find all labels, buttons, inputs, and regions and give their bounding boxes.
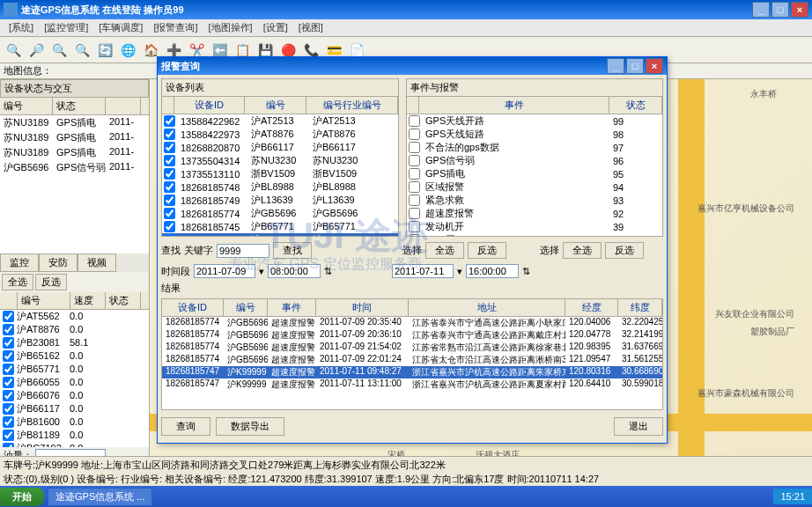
zoom-fit-icon[interactable]: 🔍	[72, 40, 92, 60]
table-row[interactable]: 18268185774沪GB5696超速度报警2011-07-09 20:36:…	[162, 329, 662, 342]
zoom-in-icon[interactable]: 🔍	[4, 40, 23, 60]
refresh-icon[interactable]: 🔄	[95, 40, 114, 60]
table-row[interactable]: 发动机开39	[407, 220, 662, 233]
table-row[interactable]: GPS天线开路99	[407, 114, 662, 128]
list-item[interactable]: 沪AT55620.0	[0, 310, 149, 323]
list-checkbox[interactable]	[3, 337, 14, 349]
table-row[interactable]: 不合法的gps数据97	[407, 141, 662, 154]
menu-alarm[interactable]: [报警查询]	[148, 21, 203, 34]
table-row[interactable]: 18268185774沪GB5696超速度报警2011-07-09 20:35:…	[162, 317, 662, 329]
table-row[interactable]: 13588422962沪AT2513沪AT2513	[162, 114, 398, 128]
table-row[interactable]: 苏NU3189GPS插电2011-	[0, 115, 149, 130]
table-row[interactable]: 18268185747沪K99999超速度报警2011-07-11 13:11:…	[162, 378, 662, 391]
events-list-body[interactable]: GPS天线开路99GPS天线短路98不合法的gps数据97GPS信号弱96GPS…	[407, 114, 662, 236]
event-checkbox[interactable]	[409, 208, 420, 219]
event-checkbox[interactable]	[409, 181, 420, 193]
table-row[interactable]: 超速度报警92	[407, 207, 662, 220]
menu-settings[interactable]: [设置]	[258, 21, 293, 34]
start-button[interactable]: 开始	[0, 488, 44, 506]
table-row[interactable]: 18268185774沪GB5696超速度报警2011-07-09 21:54:…	[162, 342, 662, 354]
table-row[interactable]: 18268820870沪B66117沪B66117	[162, 141, 398, 154]
select-inverse-button[interactable]: 反选	[35, 274, 67, 290]
grid1-body[interactable]: 苏NU3189GPS插电2011-苏NU3189GPS插电2011-苏NU318…	[0, 115, 149, 254]
menu-map[interactable]: [地图操作]	[203, 21, 258, 34]
event-select-inverse-button[interactable]: 反选	[605, 242, 644, 259]
device-select-inverse-button[interactable]: 反选	[468, 242, 506, 259]
event-checkbox[interactable]	[409, 195, 420, 206]
device-checkbox[interactable]	[164, 221, 175, 232]
results-body[interactable]: 18268185774沪GB5696超速度报警2011-07-09 20:35:…	[162, 317, 662, 409]
tray-clock[interactable]: 15:21	[773, 489, 812, 504]
table-row[interactable]: GPS天线短路98	[407, 128, 662, 141]
menu-monitor[interactable]: [监控管理]	[39, 21, 93, 34]
device-checkbox[interactable]	[164, 115, 175, 127]
table-row[interactable]: 18268185745沪B65771沪B65771	[162, 220, 398, 233]
list-checkbox[interactable]	[3, 350, 14, 362]
list-item[interactable]: 沪B661170.0	[0, 402, 149, 415]
export-button[interactable]: 数据导出	[216, 417, 284, 436]
table-row[interactable]: ACC开37	[407, 233, 662, 236]
table-row[interactable]: 18268185749沪L13639沪L13639	[162, 194, 398, 207]
find-button[interactable]: 查找	[273, 242, 312, 259]
device-checkbox[interactable]	[164, 181, 175, 193]
tab-video[interactable]: 视频	[78, 254, 116, 272]
query-button[interactable]: 查询	[161, 417, 210, 436]
list-checkbox[interactable]	[3, 430, 14, 441]
event-select-all-button[interactable]: 全选	[563, 242, 602, 259]
device-checkbox[interactable]	[164, 155, 175, 166]
device-select-all-button[interactable]: 全选	[425, 242, 464, 259]
menu-vehicle[interactable]: [车辆调度]	[93, 21, 148, 34]
table-row[interactable]: 18268185747沪K99999沪K99999	[162, 233, 398, 236]
table-row[interactable]: 13735504314苏NU3230苏NU3230	[162, 154, 398, 167]
tab-security[interactable]: 安防	[39, 254, 78, 272]
menu-view[interactable]: [视图]	[293, 21, 328, 34]
table-row[interactable]: 沪GB5696GPS信号弱2011-	[0, 160, 149, 175]
device-checkbox[interactable]	[164, 234, 175, 236]
taskbar-app[interactable]: 途迹GPS信息系统 ...	[48, 488, 152, 506]
event-checkbox[interactable]	[409, 115, 420, 127]
list-checkbox[interactable]	[3, 390, 14, 401]
close-button[interactable]: ×	[791, 2, 808, 18]
table-row[interactable]: 区域报警94	[407, 180, 662, 194]
list-checkbox[interactable]	[3, 311, 14, 322]
zoom-area-icon[interactable]: 🔍	[49, 40, 69, 60]
table-row[interactable]: 13735513110浙BV1509浙BV1509	[162, 167, 398, 180]
list-checkbox[interactable]	[3, 324, 14, 335]
list-checkbox[interactable]	[3, 364, 14, 375]
table-row[interactable]: GPS插电95	[407, 167, 662, 180]
maximize-button[interactable]: □	[771, 2, 789, 18]
list-checkbox[interactable]	[3, 403, 14, 415]
list-checkbox[interactable]	[3, 377, 14, 388]
table-row[interactable]: GPS信号弱96	[407, 154, 662, 167]
date-from-input[interactable]	[194, 264, 255, 278]
list-item[interactable]: 沪B657710.0	[0, 363, 149, 376]
list-item[interactable]: 沪B811890.0	[0, 429, 149, 442]
device-checkbox[interactable]	[164, 142, 175, 153]
table-row[interactable]: 苏NU3189GPS插电2011-	[0, 130, 149, 145]
dialog-minimize-button[interactable]: _	[607, 58, 624, 74]
event-checkbox[interactable]	[409, 168, 420, 180]
table-row[interactable]: 13588422973沪AT8876沪AT8876	[162, 128, 398, 141]
event-checkbox[interactable]	[409, 142, 420, 153]
event-checkbox[interactable]	[409, 155, 420, 166]
device-checkbox[interactable]	[164, 208, 175, 219]
table-row[interactable]: 18268185747沪K99999超速度报警2011-07-11 09:48:…	[162, 366, 662, 378]
device-checkbox[interactable]	[164, 195, 175, 206]
exit-button[interactable]: 退出	[614, 417, 663, 436]
list-item[interactable]: 沪B2308158.1	[0, 336, 149, 349]
event-checkbox[interactable]	[409, 129, 420, 140]
device-checkbox[interactable]	[164, 168, 175, 180]
event-checkbox[interactable]	[409, 234, 420, 236]
table-row[interactable]: 紧急求救93	[407, 194, 662, 207]
menu-system[interactable]: [系统]	[4, 21, 39, 34]
event-checkbox[interactable]	[409, 221, 420, 232]
dialog-close-button[interactable]: ×	[646, 58, 663, 74]
table-row[interactable]: 18268185748沪BL8988沪BL8988	[162, 180, 398, 194]
list-item[interactable]: 沪B651620.0	[0, 349, 149, 363]
grid2-body[interactable]: 沪AT55620.0沪AT88760.0沪B2308158.1沪B651620.…	[0, 310, 149, 448]
list-item[interactable]: 沪AT88760.0	[0, 323, 149, 336]
zoom-out-icon[interactable]: 🔎	[26, 40, 46, 60]
minimize-button[interactable]: _	[752, 2, 770, 18]
list-item[interactable]: 沪B660760.0	[0, 389, 149, 402]
time-from-input[interactable]	[268, 264, 321, 278]
